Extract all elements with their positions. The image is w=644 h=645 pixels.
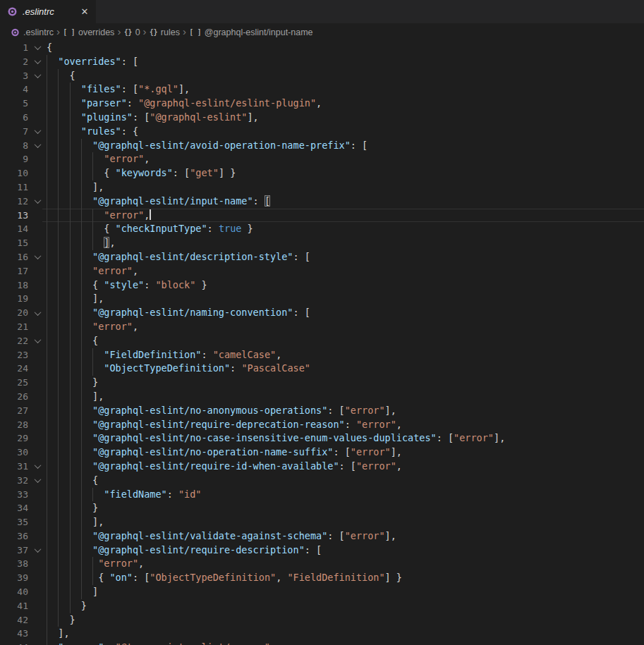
code-line-39[interactable]: 39{ "on": ["ObjectTypeDefinition", "Fiel…: [0, 571, 644, 585]
fold-chevron-icon[interactable]: [28, 125, 47, 139]
line-number[interactable]: 11: [0, 180, 28, 195]
code-line-22[interactable]: 22{: [0, 334, 644, 348]
line-number[interactable]: 5: [0, 97, 28, 111]
code-line-1[interactable]: 1{: [0, 41, 644, 55]
line-number[interactable]: 28: [0, 418, 28, 432]
line-number[interactable]: 20: [0, 306, 28, 320]
line-number[interactable]: 27: [0, 404, 28, 418]
line-number[interactable]: 38: [0, 557, 28, 571]
code-line-41[interactable]: 41}: [0, 599, 644, 613]
code-line-2[interactable]: 2"overrides": [: [0, 55, 644, 69]
line-number[interactable]: 19: [0, 292, 28, 306]
breadcrumb-item-overrides[interactable]: [ ]overrides: [63, 27, 114, 37]
line-number[interactable]: 37: [0, 543, 28, 558]
line-number[interactable]: 6: [0, 111, 28, 125]
close-icon[interactable]: ✕: [78, 5, 92, 19]
code-line-42[interactable]: 42}: [0, 613, 644, 627]
code-line-37[interactable]: 37"@graphql-eslint/require-description":…: [0, 543, 644, 558]
line-number[interactable]: 7: [0, 125, 28, 139]
line-number[interactable]: 44: [0, 641, 28, 645]
breadcrumb-item--graphql-eslint-input-name[interactable]: [ ]@graphql-eslint/input-name: [189, 27, 313, 37]
code-line-8[interactable]: 8"@graphql-eslint/avoid-operation-name-p…: [0, 139, 644, 153]
code-line-40[interactable]: 40]: [0, 585, 644, 599]
code-line-7[interactable]: 7"rules": {: [0, 125, 644, 139]
code-line-16[interactable]: 16"@graphql-eslint/description-style": [: [0, 250, 644, 264]
fold-chevron-icon[interactable]: [28, 460, 47, 474]
breadcrumb-item-rules[interactable]: {}rules: [150, 27, 180, 37]
code-line-13[interactable]: 13"error",: [0, 209, 644, 223]
code-line-12[interactable]: 12"@graphql-eslint/input-name": [: [0, 195, 644, 209]
code-line-3[interactable]: 3{: [0, 69, 644, 83]
line-number[interactable]: 35: [0, 515, 28, 529]
code-line-15[interactable]: 15],: [0, 236, 644, 250]
fold-chevron-icon[interactable]: [28, 250, 47, 264]
breadcrumb-item-file[interactable]: .eslintrc: [11, 27, 54, 37]
line-number[interactable]: 16: [0, 250, 28, 264]
code-line-38[interactable]: 38"error",: [0, 557, 644, 571]
line-number[interactable]: 36: [0, 529, 28, 543]
fold-chevron-icon[interactable]: [28, 41, 47, 55]
code-line-10[interactable]: 10{ "keywords": ["get"] }: [0, 166, 644, 180]
line-number[interactable]: 2: [0, 55, 28, 69]
fold-chevron-icon[interactable]: [28, 195, 47, 209]
line-number[interactable]: 8: [0, 139, 28, 153]
line-number[interactable]: 32: [0, 474, 28, 488]
fold-chevron-icon[interactable]: [28, 474, 47, 488]
line-number[interactable]: 40: [0, 585, 28, 599]
code-line-36[interactable]: 36"@graphql-eslint/validate-against-sche…: [0, 529, 644, 543]
code-line-31[interactable]: 31"@graphql-eslint/require-id-when-avail…: [0, 460, 644, 474]
line-number[interactable]: 39: [0, 571, 28, 585]
line-number[interactable]: 1: [0, 41, 28, 55]
line-number[interactable]: 9: [0, 152, 28, 166]
line-number[interactable]: 31: [0, 460, 28, 474]
code-line-5[interactable]: 5"parser": "@graphql-eslint/eslint-plugi…: [0, 97, 644, 111]
line-number[interactable]: 10: [0, 166, 28, 180]
code-line-24[interactable]: 24"ObjectTypeDefinition": "PascalCase": [0, 362, 644, 376]
fold-chevron-icon[interactable]: [28, 306, 47, 320]
code-line-26[interactable]: 26],: [0, 390, 644, 404]
fold-chevron-icon[interactable]: [28, 55, 47, 69]
line-number[interactable]: 25: [0, 376, 28, 390]
line-number[interactable]: 30: [0, 446, 28, 460]
line-number[interactable]: 13: [0, 209, 28, 223]
line-number[interactable]: 43: [0, 627, 28, 641]
code-line-18[interactable]: 18{ "style": "block" }: [0, 278, 644, 293]
fold-chevron-icon[interactable]: [28, 543, 47, 558]
fold-chevron-icon[interactable]: [28, 334, 47, 348]
line-number[interactable]: 14: [0, 222, 28, 236]
tab-eslintrc[interactable]: .eslintrc ✕: [0, 0, 96, 23]
code-line-43[interactable]: 43],: [0, 627, 644, 641]
line-number[interactable]: 33: [0, 488, 28, 502]
line-number[interactable]: 23: [0, 348, 28, 362]
code-line-29[interactable]: 29"@graphql-eslint/no-case-insensitive-e…: [0, 431, 644, 446]
line-number[interactable]: 34: [0, 501, 28, 515]
line-number[interactable]: 17: [0, 264, 28, 278]
code-line-32[interactable]: 32{: [0, 474, 644, 488]
line-number[interactable]: 15: [0, 236, 28, 250]
code-line-27[interactable]: 27"@graphql-eslint/no-anonymous-operatio…: [0, 404, 644, 418]
code-line-25[interactable]: 25}: [0, 376, 644, 390]
line-number[interactable]: 41: [0, 599, 28, 613]
code-line-30[interactable]: 30"@graphql-eslint/no-operation-name-suf…: [0, 446, 644, 460]
code-line-28[interactable]: 28"@graphql-eslint/require-deprecation-r…: [0, 418, 644, 432]
line-number[interactable]: 26: [0, 390, 28, 404]
code-line-34[interactable]: 34}: [0, 501, 644, 515]
breadcrumb-item-0[interactable]: {}0: [123, 27, 140, 37]
fold-chevron-icon[interactable]: [28, 139, 47, 153]
code-line-21[interactable]: 21"error",: [0, 320, 644, 334]
code-line-6[interactable]: 6"plugins": ["@graphql-eslint"],: [0, 111, 644, 125]
code-line-14[interactable]: 14{ "checkInputType": true }: [0, 222, 644, 236]
line-number[interactable]: 24: [0, 362, 28, 376]
code-line-19[interactable]: 19],: [0, 292, 644, 306]
line-number[interactable]: 18: [0, 278, 28, 293]
code-line-9[interactable]: 9"error",: [0, 152, 644, 166]
code-line-33[interactable]: 33"fieldName": "id": [0, 488, 644, 502]
line-number[interactable]: 3: [0, 69, 28, 83]
code-editor[interactable]: 1{2"overrides": [3{4"files": ["*.gql"],5…: [0, 41, 644, 645]
code-line-23[interactable]: 23"FieldDefinition": "camelCase",: [0, 348, 644, 362]
code-line-11[interactable]: 11],: [0, 180, 644, 195]
code-line-4[interactable]: 4"files": ["*.gql"],: [0, 82, 644, 97]
code-line-20[interactable]: 20"@graphql-eslint/naming-convention": [: [0, 306, 644, 320]
fold-chevron-icon[interactable]: [28, 69, 47, 83]
line-number[interactable]: 29: [0, 431, 28, 446]
